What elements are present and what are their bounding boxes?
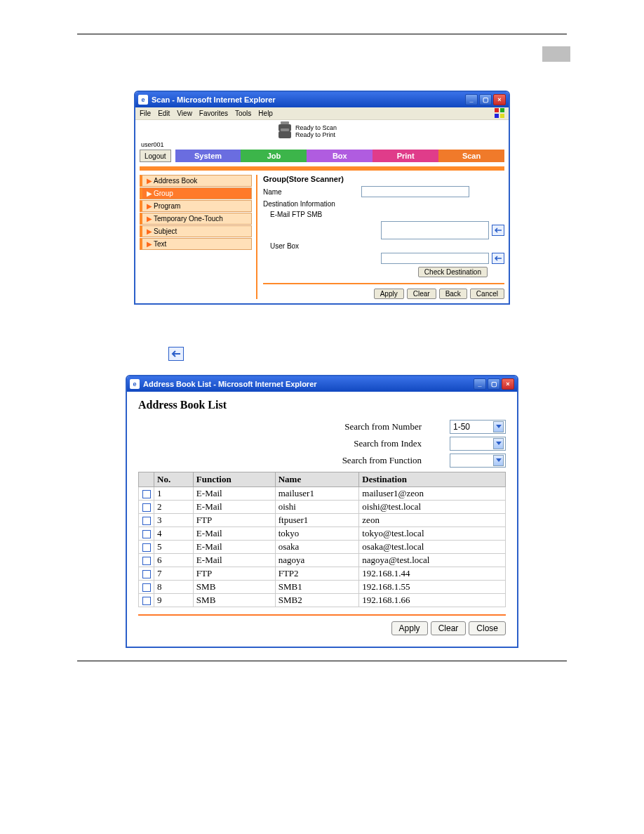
- cell-destination: nagoya@test.local: [359, 554, 506, 567]
- page-top-rule: [77, 34, 567, 34]
- cell-no: 7: [154, 567, 194, 581]
- table-row: 9SMBSMB2192.168.1.66: [139, 594, 506, 607]
- titlebar-ablist: e Address Book List - Microsoft Internet…: [127, 376, 517, 392]
- select-search-number-value: 1-50: [453, 422, 470, 432]
- logout-button[interactable]: Logout: [140, 150, 171, 162]
- menu-favorites[interactable]: Favorites: [199, 110, 228, 117]
- cancel-button[interactable]: Cancel: [470, 289, 504, 299]
- cell-destination: 192.168.1.66: [359, 594, 506, 607]
- minimize-button[interactable]: _: [474, 378, 486, 390]
- apply-button[interactable]: Apply: [374, 289, 404, 299]
- cell-destination: mailuser1@zeon: [359, 487, 506, 501]
- row-checkbox[interactable]: [142, 490, 151, 498]
- triangle-icon: ▶: [147, 215, 152, 223]
- cell-no: 9: [154, 594, 194, 607]
- sidebar-item-address-book[interactable]: ▶Address Book: [140, 175, 252, 187]
- address-book-icon[interactable]: [168, 347, 184, 361]
- sidebar-item-group[interactable]: ▶Group: [140, 187, 252, 199]
- main-nav: Logout System Job Box Print Scan: [140, 150, 504, 162]
- col-checkbox: [139, 472, 154, 487]
- close-button[interactable]: Close: [469, 621, 506, 635]
- table-row: 1E-Mailmailuser1mailuser1@zeon: [139, 487, 506, 501]
- cell-function: E-Mail: [193, 501, 275, 514]
- row-checkbox[interactable]: [142, 503, 151, 512]
- tab-job[interactable]: Job: [241, 150, 307, 162]
- cell-destination: tokyo@test.local: [359, 527, 506, 541]
- clear-button[interactable]: Clear: [407, 289, 436, 299]
- col-function: Function: [193, 472, 275, 487]
- printer-icon: [279, 131, 291, 138]
- row-checkbox[interactable]: [142, 543, 151, 552]
- address-book-icon[interactable]: [492, 225, 504, 236]
- back-button[interactable]: Back: [439, 289, 467, 299]
- close-button[interactable]: ×: [493, 94, 506, 105]
- cell-function: E-Mail: [193, 541, 275, 554]
- sidebar-item-program[interactable]: ▶Program: [140, 200, 252, 212]
- select-search-index[interactable]: [450, 437, 506, 451]
- label-email-ftp-smb: E-Mail FTP SMB: [263, 211, 361, 218]
- cell-destination: 192.168.1.44: [359, 567, 506, 581]
- col-destination: Destination: [359, 472, 506, 487]
- cell-name: mailuser1: [275, 487, 359, 501]
- clear-button[interactable]: Clear: [431, 621, 467, 635]
- check-destination-button[interactable]: Check Destination: [418, 267, 488, 277]
- cell-function: E-Mail: [193, 487, 275, 501]
- tab-box[interactable]: Box: [307, 150, 373, 162]
- input-user-box[interactable]: [381, 253, 489, 264]
- select-search-number[interactable]: 1-50: [450, 420, 506, 434]
- input-email-ftp-smb[interactable]: [381, 221, 489, 239]
- row-checkbox[interactable]: [142, 517, 151, 525]
- cell-no: 4: [154, 527, 194, 541]
- menu-view[interactable]: View: [177, 110, 192, 117]
- cell-name: oishi: [275, 501, 359, 514]
- menu-help[interactable]: Help: [258, 110, 273, 117]
- sidebar-item-label: Address Book: [154, 177, 197, 185]
- sidebar-item-subject[interactable]: ▶Subject: [140, 225, 252, 237]
- menu-edit[interactable]: Edit: [158, 110, 170, 117]
- windows-flag-icon: [495, 108, 506, 118]
- col-no: No.: [154, 472, 194, 487]
- maximize-button[interactable]: ▢: [488, 378, 500, 390]
- cell-name: SMB1: [275, 581, 359, 594]
- address-book-icon[interactable]: [492, 253, 504, 264]
- menu-tools[interactable]: Tools: [235, 110, 251, 117]
- cell-destination: zeon: [359, 514, 506, 527]
- label-search-number: Search from Number: [138, 421, 450, 432]
- cell-destination: osaka@test.local: [359, 541, 506, 554]
- maximize-button[interactable]: ▢: [479, 94, 492, 105]
- select-search-function[interactable]: [450, 454, 506, 468]
- cell-name: FTP2: [275, 567, 359, 581]
- cell-function: FTP: [193, 567, 275, 581]
- cell-function: SMB: [193, 594, 275, 607]
- row-checkbox[interactable]: [142, 570, 151, 578]
- sidebar-item-temporary-one-touch[interactable]: ▶Temporary One-Touch: [140, 213, 252, 225]
- section-title: Group(Store Scanner): [263, 175, 504, 183]
- minimize-button[interactable]: _: [465, 94, 478, 105]
- row-checkbox[interactable]: [142, 530, 151, 538]
- tab-system[interactable]: System: [175, 150, 241, 162]
- sidebar-item-label: Text: [154, 240, 166, 248]
- cell-no: 2: [154, 501, 194, 514]
- table-row: 4E-Mailtokyotokyo@test.local: [139, 527, 506, 541]
- table-row: 5E-Mailosakaosaka@test.local: [139, 541, 506, 554]
- cell-no: 8: [154, 581, 194, 594]
- sidebar-item-label: Temporary One-Touch: [154, 215, 223, 223]
- table-row: 3FTPftpuser1zeon: [139, 514, 506, 527]
- label-search-function: Search from Function: [138, 455, 450, 466]
- sidebar-item-text[interactable]: ▶Text: [140, 238, 252, 250]
- input-name[interactable]: [361, 186, 469, 197]
- close-button[interactable]: ×: [502, 378, 514, 390]
- triangle-icon: ▶: [147, 177, 152, 185]
- table-row: 8SMBSMB1192.168.1.55: [139, 581, 506, 594]
- row-checkbox[interactable]: [142, 583, 151, 592]
- window-title-ablist: Address Book List - Microsoft Internet E…: [143, 380, 474, 388]
- menubar: File Edit View Favorites Tools Help: [135, 107, 509, 120]
- tab-scan[interactable]: Scan: [438, 150, 504, 162]
- ie-icon: e: [138, 95, 148, 105]
- row-checkbox[interactable]: [142, 597, 151, 605]
- tab-print[interactable]: Print: [373, 150, 438, 162]
- row-checkbox[interactable]: [142, 557, 151, 565]
- cell-function: E-Mail: [193, 554, 275, 567]
- apply-button[interactable]: Apply: [391, 621, 428, 635]
- menu-file[interactable]: File: [140, 110, 151, 117]
